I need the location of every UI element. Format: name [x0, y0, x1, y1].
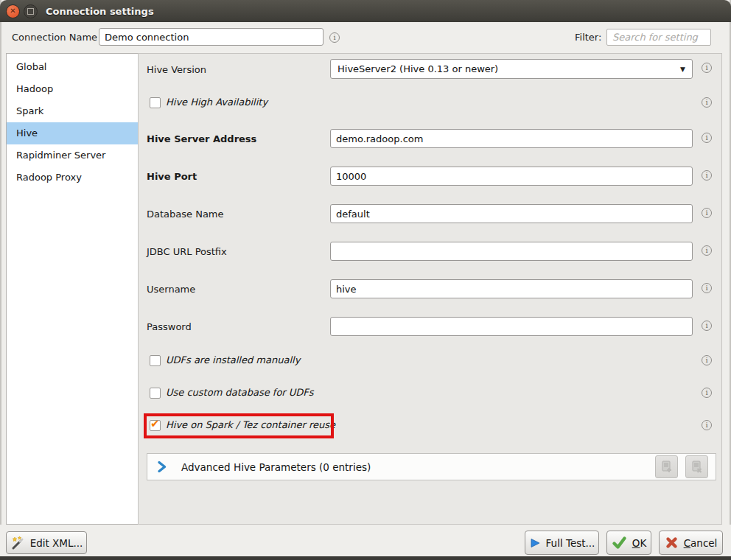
close-icon[interactable]: ✕	[6, 4, 20, 18]
sidebar-item-hive[interactable]: Hive	[7, 122, 138, 144]
sidebar-item-global[interactable]: Global	[7, 56, 138, 78]
sidebar-item-spark[interactable]: Spark	[7, 100, 138, 122]
info-glyph: i	[705, 209, 707, 217]
sidebar-item-radoop-proxy[interactable]: Radoop Proxy	[7, 167, 138, 189]
ok-label: OK	[632, 537, 647, 549]
jdbc-url-postfix-label: JDBC URL Postfix	[147, 246, 227, 257]
window-bottom-edge	[0, 556, 731, 560]
connection-name-input[interactable]	[99, 28, 323, 46]
info-icon[interactable]: i	[702, 388, 712, 398]
info-glyph: i	[705, 172, 707, 179]
info-icon[interactable]: i	[702, 208, 712, 218]
magic-wand-icon	[10, 536, 25, 550]
hive-version-label: Hive Version	[147, 64, 206, 75]
info-icon[interactable]: i	[702, 133, 712, 143]
udfs-installed-manually-checkbox[interactable]	[150, 355, 161, 366]
dropdown-arrow-icon: ▼	[680, 66, 685, 73]
info-icon[interactable]: i	[702, 283, 712, 293]
add-parameter-button[interactable]	[655, 455, 678, 478]
hive-high-availability-checkbox[interactable]	[150, 97, 161, 108]
info-glyph: i	[333, 34, 335, 41]
hive-version-value: HiveServer2 (Hive 0.13 or newer)	[337, 63, 680, 74]
password-input[interactable]	[330, 317, 693, 336]
full-test-label: Full Test...	[546, 537, 595, 549]
maximize-glyph	[27, 8, 34, 15]
info-glyph: i	[705, 389, 707, 396]
close-glyph: ✕	[10, 7, 15, 15]
info-icon[interactable]: i	[702, 245, 712, 256]
remove-entry-icon	[690, 460, 704, 474]
info-icon[interactable]: i	[329, 32, 340, 43]
hive-on-spark-tez-label: Hive on Spark / Tez container reuse	[166, 419, 335, 430]
maximize-icon[interactable]	[24, 4, 38, 18]
hive-high-availability-label: Hive High Availability	[166, 97, 267, 108]
use-custom-database-checkbox[interactable]	[150, 388, 161, 399]
info-glyph: i	[705, 421, 707, 429]
database-name-input[interactable]	[330, 204, 693, 223]
jdbc-url-postfix-input[interactable]	[330, 242, 693, 261]
username-label: Username	[147, 284, 195, 295]
advanced-hive-parameters-label: Advanced Hive Parameters (0 entries)	[181, 461, 655, 473]
sidebar-item-hadoop[interactable]: Hadoop	[7, 78, 138, 100]
cancel-label: Cancel	[684, 537, 718, 549]
filter-label: Filter:	[575, 32, 601, 43]
filter-search-input[interactable]	[606, 29, 711, 46]
checkmark-icon: ✔	[150, 417, 160, 430]
use-custom-database-label: Use custom database for UDFs	[166, 387, 314, 398]
full-test-button[interactable]: Full Test...	[525, 531, 599, 555]
remove-parameter-button[interactable]	[685, 455, 708, 478]
info-glyph: i	[705, 322, 707, 329]
hive-settings-panel: Hive Version HiveServer2 (Hive 0.13 or n…	[138, 53, 722, 525]
add-entry-icon	[660, 460, 674, 474]
hive-server-address-input[interactable]	[330, 129, 693, 148]
info-icon[interactable]: i	[702, 170, 712, 181]
info-icon[interactable]: i	[702, 355, 712, 365]
connection-settings-dialog: ✕ Connection settings Connection Name i …	[0, 0, 731, 560]
info-icon[interactable]: i	[702, 97, 712, 108]
info-icon[interactable]: i	[702, 63, 712, 73]
settings-category-sidebar: Global Hadoop Spark Hive Rapidminer Serv…	[6, 53, 139, 525]
info-glyph: i	[705, 99, 707, 106]
info-glyph: i	[705, 64, 707, 71]
username-input[interactable]	[330, 279, 693, 298]
info-glyph: i	[705, 284, 707, 292]
ok-button[interactable]: OK	[606, 531, 651, 555]
check-icon	[612, 536, 627, 550]
edit-xml-label: Edit XML...	[30, 537, 83, 549]
connection-name-label: Connection Name	[12, 32, 97, 43]
info-glyph: i	[705, 357, 707, 364]
window-title: Connection settings	[46, 6, 154, 17]
hive-port-input[interactable]	[330, 167, 693, 186]
hive-port-label: Hive Port	[147, 171, 197, 182]
info-icon[interactable]: i	[702, 420, 712, 430]
info-icon[interactable]: i	[702, 321, 712, 331]
cross-icon	[665, 536, 679, 550]
info-glyph: i	[705, 134, 707, 141]
edit-xml-button[interactable]: Edit XML...	[6, 531, 87, 554]
hive-server-address-label: Hive Server Address	[147, 133, 256, 144]
footer-bar: Edit XML... Full Test... OK Cancel	[0, 525, 731, 556]
cancel-button[interactable]: Cancel	[659, 531, 723, 555]
chevron-right-icon	[157, 461, 167, 473]
password-label: Password	[147, 321, 192, 332]
info-glyph: i	[705, 247, 707, 254]
play-icon	[529, 537, 541, 549]
hive-on-spark-tez-checkbox[interactable]: ✔	[150, 420, 161, 431]
database-name-label: Database Name	[147, 209, 224, 220]
titlebar: ✕ Connection settings	[0, 0, 731, 22]
udfs-installed-manually-label: UDFs are installed manually	[166, 354, 300, 365]
advanced-hive-parameters-section[interactable]: Advanced Hive Parameters (0 entries)	[147, 453, 716, 480]
hive-version-dropdown[interactable]: HiveServer2 (Hive 0.13 or newer) ▼	[330, 59, 693, 79]
sidebar-item-rapidminer-server[interactable]: Rapidminer Server	[7, 144, 138, 167]
